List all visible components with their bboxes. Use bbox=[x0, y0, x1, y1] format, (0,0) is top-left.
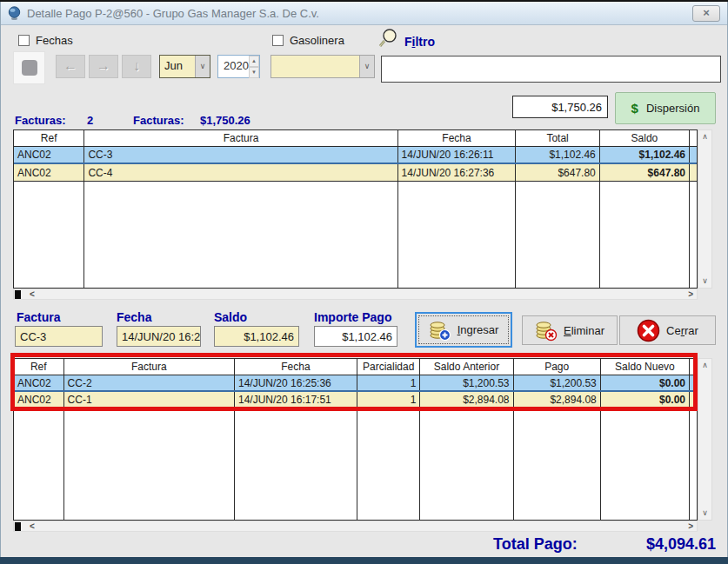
column-header[interactable]: Ref bbox=[14, 130, 84, 146]
column-header[interactable]: Ref bbox=[14, 359, 64, 375]
payments-table-header: Ref Factura Fecha Parcialidad Saldo Ante… bbox=[14, 359, 697, 375]
saldo-label: Saldo bbox=[214, 310, 247, 324]
row-filler bbox=[690, 164, 697, 181]
eliminar-post: liminar bbox=[571, 324, 604, 337]
facturas-total-label: Facturas: bbox=[133, 114, 184, 127]
year-spinner[interactable]: 2020 ▲ ▼ bbox=[217, 55, 260, 78]
cell-saldo: $647.80 bbox=[600, 164, 690, 181]
scroll-down-icon[interactable]: ∨ bbox=[698, 275, 711, 288]
fecha-label: Fecha bbox=[117, 310, 151, 324]
column-header[interactable]: Fecha bbox=[235, 359, 357, 375]
month-select[interactable]: Jun ∨ bbox=[159, 55, 210, 78]
cell-factura: CC-1 bbox=[64, 392, 235, 408]
column-header[interactable]: Factura bbox=[84, 130, 397, 146]
row-filler bbox=[690, 375, 697, 390]
cell-saldo-anterior: $2,894.08 bbox=[420, 392, 513, 408]
scroll-right-icon[interactable]: > bbox=[688, 289, 693, 300]
cell-ref: ANC02 bbox=[14, 164, 84, 181]
chevron-down-icon[interactable]: ∨ bbox=[195, 56, 210, 77]
ingresar-button[interactable]: Ingresar bbox=[415, 312, 512, 348]
spinner-down-icon[interactable]: ▼ bbox=[249, 67, 259, 78]
cell-ref: ANC02 bbox=[14, 392, 64, 408]
stop-icon bbox=[22, 60, 37, 76]
cell-saldo-nuevo: $0.00 bbox=[601, 375, 690, 390]
titlebar[interactable]: Detalle Pago P-2@560 - Grupo Gas Manager… bbox=[1, 2, 727, 25]
scroll-up-icon[interactable]: ∧ bbox=[698, 359, 711, 372]
filter-input[interactable] bbox=[381, 56, 721, 83]
table-row[interactable]: ANC02 CC-3 14/JUN/20 16:26:11 $1,102.46 … bbox=[14, 147, 697, 164]
factura-field[interactable]: CC-3 bbox=[15, 326, 103, 347]
saldo-field[interactable]: $1,102.46 bbox=[214, 326, 299, 347]
arrow-down-icon: ↓ bbox=[133, 58, 140, 73]
column-header[interactable]: Saldo bbox=[600, 130, 690, 146]
importe-pago-label: Importe Pago bbox=[314, 310, 391, 324]
ingresar-post: ngresar bbox=[460, 323, 498, 336]
cell-fecha: 14/JUN/20 16:17:51 bbox=[235, 392, 357, 408]
cell-ref: ANC02 bbox=[14, 375, 64, 390]
importe-pago-field[interactable]: $1,102.46 bbox=[314, 326, 397, 347]
cell-pago: $1,200.53 bbox=[514, 375, 601, 390]
gasolinera-checkbox[interactable] bbox=[272, 35, 284, 46]
invoices-table: Ref Factura Fecha Total Saldo ANC02 CC-3… bbox=[13, 129, 698, 289]
filtro-post: ltro bbox=[415, 35, 435, 49]
coins-delete-icon bbox=[535, 319, 558, 342]
month-value: Jun bbox=[160, 56, 195, 77]
column-header[interactable]: Pago bbox=[514, 359, 601, 375]
column-header[interactable]: Fecha bbox=[398, 130, 517, 146]
stop-button[interactable] bbox=[13, 51, 45, 84]
station-select: ∨ bbox=[270, 55, 375, 78]
dispersion-label: Dispersión bbox=[646, 102, 699, 115]
hscroll-thumb[interactable] bbox=[15, 522, 21, 531]
column-header[interactable]: Factura bbox=[64, 359, 235, 375]
chevron-down-icon: ∨ bbox=[359, 56, 374, 77]
column-header[interactable]: Parcialidad bbox=[357, 359, 420, 375]
table-row[interactable]: ANC02 CC-2 14/JUN/20 16:25:36 1 $1,200.5… bbox=[14, 375, 697, 392]
scroll-right-icon[interactable]: > bbox=[688, 521, 693, 532]
eliminar-accel: E bbox=[564, 324, 571, 337]
empty-rows-area bbox=[14, 182, 697, 288]
cell-saldo-anterior: $1,200.53 bbox=[420, 375, 513, 390]
globe-icon bbox=[7, 6, 22, 21]
gasolinera-label[interactable]: Gasolinera bbox=[290, 34, 344, 47]
scroll-left-icon[interactable]: < bbox=[30, 289, 35, 300]
invoices-vscrollbar[interactable]: ∧ ∨ bbox=[698, 129, 712, 289]
spinner-up-icon[interactable]: ▲ bbox=[249, 56, 259, 67]
window-bottom-border bbox=[0, 557, 728, 564]
payments-hscrollbar[interactable]: < > bbox=[13, 521, 698, 532]
table-row[interactable]: ANC02 CC-1 14/JUN/20 16:17:51 1 $2,894.0… bbox=[14, 392, 697, 408]
fechas-checkbox[interactable] bbox=[18, 35, 30, 46]
filtro-pre: F bbox=[404, 35, 412, 49]
close-button[interactable]: × bbox=[692, 5, 720, 22]
column-header[interactable]: Saldo Anterior bbox=[420, 359, 513, 375]
dispersion-button[interactable]: $ Dispersión bbox=[615, 92, 716, 124]
fecha-field[interactable]: 14/JUN/20 16:26 bbox=[117, 326, 201, 347]
station-value bbox=[271, 56, 359, 77]
window-title: Detalle Pago P-2@560 - Grupo Gas Manager… bbox=[27, 7, 319, 20]
dispersion-amount-field[interactable]: $1,750.26 bbox=[512, 96, 608, 118]
row-filler bbox=[690, 392, 697, 408]
column-header[interactable]: Total bbox=[516, 130, 599, 146]
facturas-total-value: $1,750.26 bbox=[200, 114, 250, 127]
invoices-hscrollbar[interactable]: < > bbox=[13, 289, 698, 300]
invoices-table-header: Ref Factura Fecha Total Saldo bbox=[14, 130, 697, 147]
hscroll-thumb[interactable] bbox=[15, 290, 21, 299]
cell-factura: CC-4 bbox=[84, 164, 397, 181]
empty-rows-area bbox=[14, 408, 697, 520]
eliminar-button[interactable]: Eliminar bbox=[522, 315, 618, 345]
column-header[interactable]: Saldo Nuevo bbox=[601, 359, 690, 375]
scroll-left-icon[interactable]: < bbox=[30, 521, 35, 532]
cell-ref: ANC02 bbox=[14, 147, 84, 163]
cell-saldo-nuevo: $0.00 bbox=[601, 392, 690, 408]
next-button: → bbox=[89, 55, 118, 78]
scroll-down-icon[interactable]: ∨ bbox=[698, 507, 711, 520]
fechas-label[interactable]: Fechas bbox=[36, 34, 73, 47]
scroll-up-icon[interactable]: ∧ bbox=[698, 130, 711, 143]
table-row[interactable]: ANC02 CC-4 14/JUN/20 16:27:36 $647.80 $6… bbox=[14, 164, 697, 182]
payments-vscrollbar[interactable]: ∧ ∨ bbox=[698, 358, 712, 521]
cell-parcialidad: 1 bbox=[357, 392, 420, 408]
cerrar-post: rar bbox=[685, 324, 698, 337]
cerrar-button[interactable]: Cerrar bbox=[619, 315, 716, 345]
row-filler bbox=[690, 147, 697, 163]
close-circle-icon bbox=[637, 319, 660, 342]
cell-parcialidad: 1 bbox=[357, 375, 420, 390]
